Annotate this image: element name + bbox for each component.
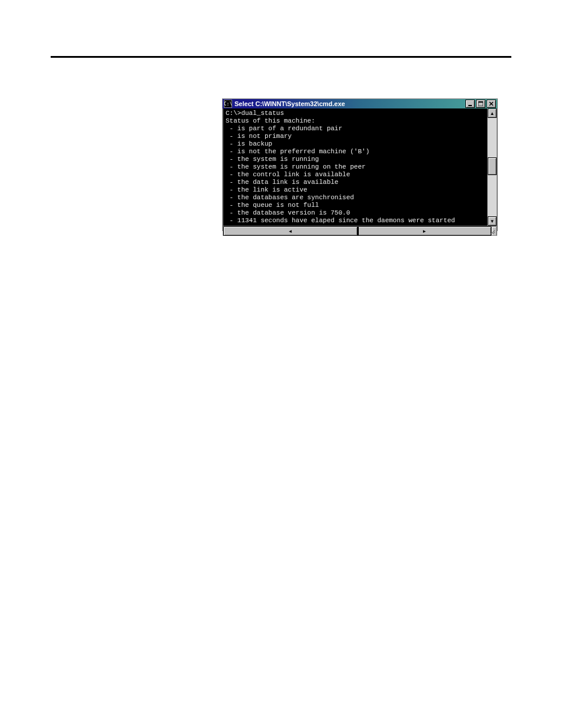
svg-rect-0 [468, 105, 472, 106]
scroll-right-button[interactable]: ► [358, 226, 492, 236]
chevron-down-icon: ▼ [490, 219, 495, 224]
minimize-button[interactable] [465, 100, 475, 108]
page: C:\ Select C:\WINNT\System32\cmd.exe C:\… [0, 0, 562, 728]
system-menu-icon[interactable]: C:\ [224, 100, 232, 108]
vertical-scrollbar[interactable]: ▲ ▼ [487, 108, 497, 226]
chevron-right-icon: ► [422, 229, 427, 234]
maximize-button[interactable] [476, 100, 485, 108]
content-wrap: C:\>dual_status Status of this machine: … [223, 108, 497, 226]
titlebar[interactable]: C:\ Select C:\WINNT\System32\cmd.exe [223, 99, 497, 108]
chevron-left-icon: ◄ [288, 229, 293, 234]
scroll-down-button[interactable]: ▼ [488, 216, 497, 226]
console-output[interactable]: C:\>dual_status Status of this machine: … [223, 108, 487, 226]
vertical-scroll-thumb[interactable] [488, 157, 497, 175]
horizontal-scroll-thumb[interactable] [358, 226, 359, 235]
system-menu-glyph: C:\ [224, 101, 232, 107]
horizontal-scrollbar[interactable]: ◄ ► [223, 226, 497, 235]
vertical-scroll-track[interactable] [488, 118, 497, 216]
chevron-up-icon: ▲ [490, 111, 495, 116]
scroll-left-button[interactable]: ◄ [223, 226, 358, 236]
cmd-window: C:\ Select C:\WINNT\System32\cmd.exe C:\… [222, 98, 498, 231]
size-grip[interactable] [491, 226, 497, 236]
horizontal-rule [51, 56, 511, 58]
window-title: Select C:\WINNT\System32\cmd.exe [234, 100, 464, 107]
window-controls [464, 100, 496, 108]
scroll-up-button[interactable]: ▲ [488, 108, 497, 118]
svg-rect-2 [478, 101, 483, 103]
close-button[interactable] [487, 100, 496, 108]
client-area: C:\>dual_status Status of this machine: … [223, 108, 497, 236]
